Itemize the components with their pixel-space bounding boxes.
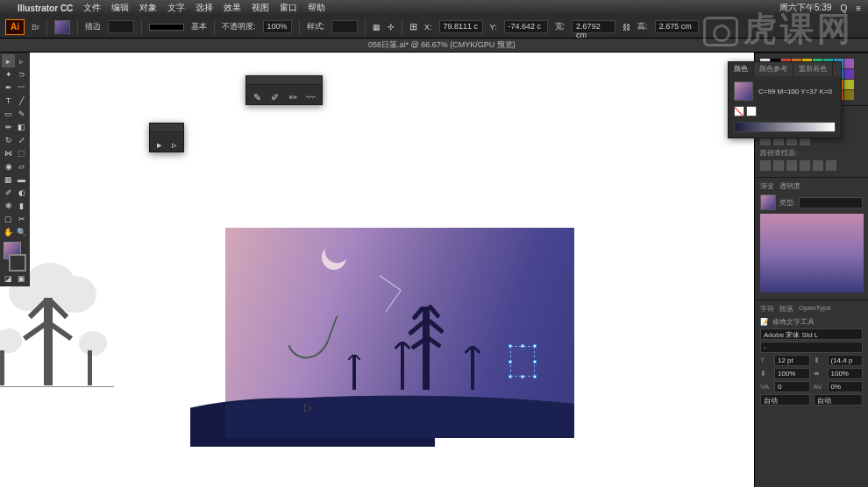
- pencil-tool[interactable]: ✏: [2, 120, 15, 133]
- bridge-icon[interactable]: Br: [32, 23, 39, 32]
- white-swatch[interactable]: [746, 106, 757, 116]
- slice-tool[interactable]: ✂: [15, 212, 28, 225]
- paintbrush-icon[interactable]: ✎: [252, 90, 263, 104]
- font-size-field[interactable]: 12 pt: [774, 355, 810, 366]
- zoom-tool[interactable]: 🔍: [15, 225, 28, 238]
- color-guide-tab[interactable]: 颜色参考: [754, 62, 793, 76]
- fill-swatch[interactable]: [54, 20, 70, 34]
- direct-selection-tool[interactable]: ▹: [15, 54, 28, 67]
- menu-window[interactable]: 窗口: [280, 2, 297, 14]
- kerning-field[interactable]: 0: [774, 381, 810, 392]
- width-tool[interactable]: ⋈: [2, 146, 15, 159]
- vscale-field[interactable]: 100%: [774, 368, 810, 379]
- artboard[interactable]: ▷: [225, 228, 574, 438]
- artboard-tool[interactable]: ▢: [2, 212, 15, 225]
- floating-brush-tearoff[interactable]: ✎ ✐ ✏ 〰: [245, 75, 323, 105]
- font-family-field[interactable]: Adobe 宋体 Std L: [760, 328, 863, 340]
- pencil-icon[interactable]: ✏: [288, 90, 299, 104]
- document-tab[interactable]: 056日落.ai* @ 66.67% (CMYK/GPU 预览): [368, 39, 516, 51]
- style-field[interactable]: [331, 20, 358, 33]
- color-tab[interactable]: 颜色: [729, 62, 754, 76]
- menu-effect[interactable]: 效果: [224, 2, 241, 14]
- rectangle-tool[interactable]: ▭: [2, 107, 15, 120]
- gradient-tab[interactable]: 渐变: [760, 181, 774, 191]
- line-tool[interactable]: ╱: [15, 94, 28, 107]
- magic-wand-tool[interactable]: ✦: [2, 67, 15, 81]
- hand-tool[interactable]: ✋: [2, 225, 15, 238]
- gradient-tool[interactable]: ▬: [15, 173, 28, 186]
- touch-type-icon[interactable]: 📝: [760, 318, 769, 326]
- symbol-sprayer-tool[interactable]: ❋: [2, 199, 15, 212]
- hscale-field[interactable]: 100%: [828, 368, 864, 379]
- eraser-tool[interactable]: ◧: [15, 120, 28, 133]
- stroke-color[interactable]: [9, 254, 26, 272]
- gradient-type-field[interactable]: [799, 197, 863, 208]
- selection-bounding-box[interactable]: [510, 346, 535, 377]
- selection-tool-icon[interactable]: ▸: [155, 138, 163, 152]
- recolor-tab[interactable]: 重新着色: [793, 62, 833, 76]
- panel-drag-handle[interactable]: [150, 124, 183, 132]
- panel-drag-handle[interactable]: [246, 76, 322, 85]
- merge-icon[interactable]: [786, 160, 797, 171]
- menu-view[interactable]: 视图: [252, 2, 269, 14]
- link-icon[interactable]: ⛓: [623, 23, 630, 32]
- minus-back-icon[interactable]: [826, 160, 836, 171]
- crop-icon[interactable]: [800, 160, 810, 171]
- tracking-field[interactable]: 0%: [828, 381, 864, 392]
- align-icon[interactable]: ▦: [373, 23, 381, 32]
- transform-icon[interactable]: ✢: [388, 23, 395, 32]
- transparency-tab[interactable]: 透明度: [779, 181, 800, 191]
- app-name[interactable]: Illustrator CC: [18, 4, 73, 13]
- perspective-tool[interactable]: ▱: [15, 159, 28, 173]
- pen-tool[interactable]: ✒: [2, 81, 15, 94]
- eyedropper-tool[interactable]: ✐: [2, 186, 15, 199]
- floating-selection-tearoff[interactable]: ▸ ▹: [149, 123, 184, 152]
- gradient-swatch[interactable]: [760, 194, 776, 210]
- x-field[interactable]: 79.8111 c: [439, 20, 483, 33]
- color-swatch[interactable]: [734, 81, 753, 101]
- spotlight-icon[interactable]: Q: [840, 4, 847, 13]
- swatch[interactable]: [844, 80, 854, 89]
- menu-edit[interactable]: 编辑: [111, 2, 129, 14]
- swatch[interactable]: [844, 69, 854, 79]
- trim-icon[interactable]: [773, 160, 784, 171]
- color-spectrum[interactable]: [734, 122, 836, 132]
- auto-field-1[interactable]: 自动: [760, 394, 810, 406]
- scale-tool[interactable]: ⤢: [15, 133, 28, 146]
- y-field[interactable]: -74.642 c: [504, 20, 548, 33]
- swatch[interactable]: [844, 59, 854, 68]
- swatch[interactable]: [844, 90, 854, 100]
- font-style-field[interactable]: -: [760, 342, 863, 353]
- type-tool[interactable]: T: [2, 94, 15, 107]
- paintbrush-tool[interactable]: ✎: [15, 107, 28, 120]
- free-transform-tool[interactable]: ⬚: [15, 146, 28, 159]
- h-field[interactable]: 2.675 cm: [655, 20, 699, 33]
- smooth-icon[interactable]: 〰: [306, 90, 317, 104]
- menu-select[interactable]: 选择: [196, 2, 213, 14]
- character-tab[interactable]: 字符: [760, 304, 774, 314]
- w-field[interactable]: 2.6792 cm: [572, 20, 615, 33]
- fill-stroke-control[interactable]: [2, 242, 28, 272]
- anchor-icon[interactable]: ⊞: [409, 21, 417, 32]
- outline-icon[interactable]: [813, 160, 823, 171]
- menu-object[interactable]: 对象: [139, 2, 157, 14]
- paragraph-tab[interactable]: 段落: [779, 304, 793, 314]
- selection-tool[interactable]: ▸: [2, 54, 15, 67]
- menu-type[interactable]: 文字: [167, 2, 185, 14]
- color-panel[interactable]: 颜色 颜色参考 重新着色 C=99 M=100 Y=37 K=0: [728, 61, 842, 138]
- opacity-field[interactable]: 100%: [263, 20, 292, 33]
- shape-builder-tool[interactable]: ◉: [2, 159, 15, 173]
- lasso-tool[interactable]: ⊃: [15, 67, 28, 81]
- opentype-tab[interactable]: OpenType: [799, 304, 831, 314]
- menubar-menu-icon[interactable]: ≡: [856, 4, 861, 13]
- menu-file[interactable]: 文件: [83, 2, 101, 14]
- mesh-tool[interactable]: ▦: [2, 173, 15, 186]
- blob-brush-icon[interactable]: ✐: [270, 90, 281, 104]
- curvature-tool[interactable]: 〰: [15, 81, 28, 94]
- direct-selection-tool-icon[interactable]: ▹: [170, 138, 178, 152]
- column-graph-tool[interactable]: ▮: [15, 199, 28, 212]
- stroke-width-field[interactable]: [108, 20, 134, 33]
- gradient-preview[interactable]: [760, 214, 864, 293]
- blend-tool[interactable]: ◐: [15, 186, 28, 199]
- menu-help[interactable]: 帮助: [308, 2, 325, 14]
